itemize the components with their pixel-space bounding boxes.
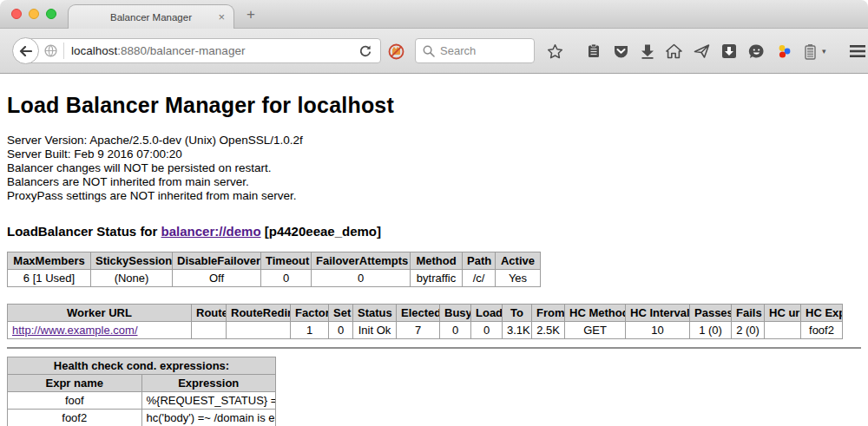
col-elected: Elected (397, 305, 440, 322)
browser-window: Balancer Manager × + localhost:8880/bala… (0, 0, 868, 426)
bookmark-star-icon[interactable] (547, 43, 563, 60)
expr-name-value: foof2 (8, 410, 142, 426)
factor-value: 1 (291, 322, 329, 339)
dropdown-caret-icon[interactable]: ▾ (822, 47, 826, 56)
feedback-smiley-icon[interactable] (748, 43, 765, 60)
col-from: From (532, 305, 565, 322)
browser-tab[interactable]: Balancer Manager × (68, 4, 234, 29)
page-title: Load Balancer Manager for localhost (7, 93, 861, 118)
col-expression: Expression (141, 375, 276, 392)
new-tab-button[interactable]: + (247, 6, 255, 23)
hamburger-menu-icon[interactable] (849, 44, 866, 58)
url-bar[interactable]: localhost:8880/balancer-manager (25, 38, 381, 63)
hc-expr-value: foof2 (801, 322, 843, 339)
col-timeout: Timeout (261, 252, 312, 270)
tab-close-icon[interactable]: × (218, 10, 225, 24)
server-info: Server Version: Apache/2.5.0-dev (Unix) … (7, 134, 861, 203)
page-content: Load Balancer Manager for localhost Serv… (0, 74, 868, 426)
path-value: /c/ (463, 270, 496, 287)
col-to: To (503, 305, 532, 322)
window-zoom-button[interactable] (46, 9, 56, 19)
battery-status-icon[interactable] (804, 43, 817, 60)
passes-value: 1 (0) (690, 322, 732, 339)
navigation-toolbar: localhost:8880/balancer-manager (0, 29, 868, 74)
traffic-lights (11, 9, 56, 19)
window-titlebar: Balancer Manager × + (0, 0, 868, 29)
set-value: 0 (329, 322, 353, 339)
worker-table: Worker URL Route RouteRedir Factor Set S… (7, 304, 843, 339)
col-status: Status (353, 305, 397, 322)
fails-value: 2 (0) (732, 322, 765, 339)
table-caption-row: Health check cond. expressions: (8, 357, 276, 375)
route-value (192, 322, 227, 339)
method-value: bytraffic (411, 270, 463, 287)
table-row: http://www.example.com/ 1 0 Init Ok 7 0 … (8, 322, 843, 339)
from-value: 2.5K (532, 322, 565, 339)
busy-value: 0 (440, 322, 471, 339)
plugin-blocked-icon[interactable] (388, 43, 404, 60)
col-hc-interval: HC Interval (626, 305, 690, 322)
col-factor: Factor (291, 305, 329, 322)
hc-method-value: GET (565, 322, 626, 339)
back-button[interactable] (12, 37, 39, 64)
search-icon (423, 45, 435, 57)
downloads-icon[interactable] (641, 43, 654, 59)
send-tab-icon[interactable] (694, 43, 710, 59)
col-worker-url: Worker URL (8, 305, 192, 322)
tab-title: Balancer Manager (110, 12, 192, 23)
timeout-value: 0 (261, 270, 312, 287)
table-header-row: MaxMembers StickySession DisableFailover… (8, 252, 541, 270)
worker-url-link[interactable]: http://www.example.com/ (12, 324, 138, 337)
status-heading-prefix: LoadBalancer Status for (7, 224, 157, 239)
col-route: Route (192, 305, 227, 322)
stickysession-value: (None) (91, 270, 173, 287)
col-active: Active (496, 252, 541, 270)
home-icon[interactable] (666, 43, 682, 59)
globe-icon (44, 44, 57, 57)
expression-value: hc('body') =~ /domain is established/ (141, 410, 276, 426)
col-hc-method: HC Method (565, 305, 626, 322)
reload-icon[interactable] (358, 44, 372, 58)
worker-url-cell: http://www.example.com/ (8, 322, 192, 339)
status-heading-suffix: [p4420eeae_demo] (265, 224, 381, 239)
window-close-button[interactable] (11, 9, 22, 19)
status-value: Init Ok (353, 322, 397, 339)
col-busy: Busy (440, 305, 471, 322)
col-passes: Passes (690, 305, 732, 322)
search-input[interactable] (440, 44, 523, 57)
colored-dots-addon-icon[interactable] (776, 43, 792, 60)
table-header-row: Expr name Expression (8, 375, 276, 392)
url-divider (63, 43, 64, 59)
disablefailover-value: Off (173, 270, 261, 287)
server-built-line: Server Built: Feb 9 2016 07:00:20 (7, 147, 861, 161)
inherit-notice-line: Balancers are NOT inherited from main se… (7, 175, 861, 189)
toolbar-icons: ▾ (547, 29, 868, 74)
table-header-row: Worker URL Route RouteRedir Factor Set S… (8, 305, 843, 322)
window-minimize-button[interactable] (29, 9, 39, 19)
reading-list-icon[interactable] (586, 43, 602, 59)
back-arrow-icon (19, 46, 32, 56)
hc-interval-value: 10 (626, 322, 690, 339)
active-value: Yes (496, 270, 541, 287)
balancer-link[interactable]: balancer://demo (161, 224, 261, 239)
load-value: 0 (471, 322, 503, 339)
url-path: :8880/balancer-manager (117, 44, 245, 57)
routeredir-value (227, 322, 291, 339)
col-hc-uri: HC uri (765, 305, 801, 322)
expression-value: %{REQUEST_STATUS} =~ /^[234]/ (141, 392, 276, 410)
proxypass-notice-line: ProxyPass settings are NOT inherited fro… (7, 189, 861, 203)
search-bar[interactable] (415, 38, 535, 63)
health-table-caption: Health check cond. expressions: (8, 357, 276, 375)
addon-download-icon[interactable] (721, 43, 737, 59)
url-text: localhost:8880/balancer-manager (71, 44, 245, 57)
server-version-line: Server Version: Apache/2.5.0-dev (Unix) … (7, 134, 861, 147)
elected-value: 7 (397, 322, 440, 339)
url-host: localhost (71, 44, 117, 57)
status-heading: LoadBalancer Status for balancer://demo … (7, 224, 861, 239)
pocket-icon[interactable] (613, 43, 629, 60)
health-check-table: Health check cond. expressions: Expr nam… (7, 357, 276, 426)
col-load: Load (471, 305, 503, 322)
col-failoverattempts: FailoverAttempts (312, 252, 411, 270)
col-path: Path (463, 252, 496, 270)
persist-notice-line: Balancer changes will NOT be persisted o… (7, 161, 861, 175)
